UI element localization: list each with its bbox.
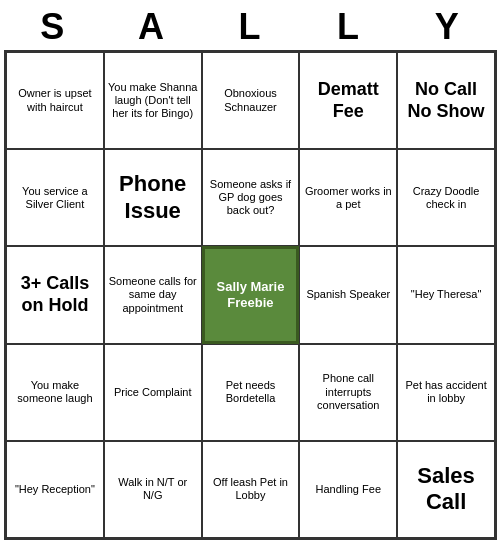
cell-1-4: Crazy Doodle check in <box>397 149 495 246</box>
cell-3-0: You make someone laugh <box>6 344 104 441</box>
header-letter-l2: L <box>300 6 399 48</box>
cell-4-1: Walk in N/T or N/G <box>104 441 202 538</box>
bingo-grid: Owner is upset with haircut You make Sha… <box>4 50 497 540</box>
cell-0-4: No Call No Show <box>397 52 495 149</box>
cell-2-2-free: Sally Marie Freebie <box>202 246 300 343</box>
header-letter-a: A <box>103 6 202 48</box>
cell-0-3: Dematt Fee <box>299 52 397 149</box>
cell-2-3: Spanish Speaker <box>299 246 397 343</box>
cell-4-3: Handling Fee <box>299 441 397 538</box>
cell-1-1: Phone Issue <box>104 149 202 246</box>
bingo-header: S A L L Y <box>0 0 501 50</box>
cell-1-0: You service a Silver Client <box>6 149 104 246</box>
cell-0-0: Owner is upset with haircut <box>6 52 104 149</box>
cell-2-1: Someone calls for same day appointment <box>104 246 202 343</box>
cell-2-0: 3+ Calls on Hold <box>6 246 104 343</box>
cell-2-4: "Hey Theresa" <box>397 246 495 343</box>
cell-4-4: Sales Call <box>397 441 495 538</box>
header-letter-l1: L <box>201 6 300 48</box>
cell-4-2: Off leash Pet in Lobby <box>202 441 300 538</box>
header-letter-y: Y <box>398 6 497 48</box>
cell-1-3: Groomer works in a pet <box>299 149 397 246</box>
cell-3-1: Price Complaint <box>104 344 202 441</box>
cell-3-2: Pet needs Bordetella <box>202 344 300 441</box>
cell-0-2: Obnoxious Schnauzer <box>202 52 300 149</box>
cell-4-0: "Hey Reception" <box>6 441 104 538</box>
cell-3-3: Phone call interrupts conversation <box>299 344 397 441</box>
cell-1-2: Someone asks if GP dog goes back out? <box>202 149 300 246</box>
cell-0-1: You make Shanna laugh (Don't tell her it… <box>104 52 202 149</box>
cell-3-4: Pet has accident in lobby <box>397 344 495 441</box>
header-letter-s: S <box>4 6 103 48</box>
